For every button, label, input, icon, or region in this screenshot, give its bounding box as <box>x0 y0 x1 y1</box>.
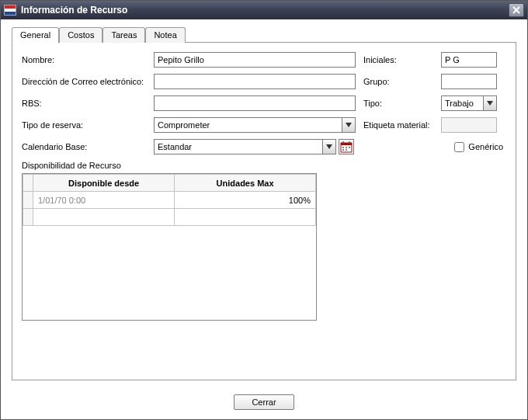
row-header[interactable] <box>23 192 33 209</box>
label-direccion: Dirección de Correo electrónico: <box>22 77 154 86</box>
calendar-button[interactable] <box>339 139 354 154</box>
svg-rect-7 <box>342 149 344 151</box>
label-grupo: Grupo: <box>363 77 441 86</box>
label-rbs: RBS: <box>22 99 154 108</box>
table-row <box>23 209 316 226</box>
resource-info-window: Información de Recurso General Costos Ta… <box>0 0 528 420</box>
label-tipo-reserva: Tipo de reserva: <box>22 120 154 130</box>
col-unidades-max[interactable]: Unidades Max <box>175 175 316 192</box>
label-generico: Genérico <box>468 142 503 151</box>
titlebar: Información de Recurso <box>1 1 527 19</box>
chevron-down-icon <box>346 123 352 127</box>
grid-corner <box>23 175 33 192</box>
svg-rect-5 <box>346 147 347 148</box>
svg-rect-4 <box>342 147 344 148</box>
input-grupo[interactable] <box>441 74 497 89</box>
label-calendario-base: Calendario Base: <box>22 142 154 151</box>
cell-unidades[interactable]: 100% <box>175 192 316 209</box>
tabstrip: General Costos Tareas Notea <box>1 19 527 43</box>
dropdown-calendario-button[interactable] <box>322 139 336 154</box>
etiqueta-material-box <box>441 117 497 133</box>
col-disponible-desde[interactable]: Disponible desde <box>33 175 175 192</box>
calendar-icon <box>340 141 353 153</box>
close-icon <box>512 6 520 14</box>
input-nombre[interactable] <box>154 52 356 68</box>
label-disponibilidad: Disponibilidad de Recurso <box>22 161 506 170</box>
label-iniciales: Iniciales: <box>363 55 441 64</box>
tab-costos[interactable]: Costos <box>59 27 102 43</box>
row-header[interactable] <box>23 209 33 226</box>
close-dialog-button[interactable]: Cerrar <box>234 394 294 410</box>
svg-rect-8 <box>346 149 347 151</box>
window-title: Información de Recurso <box>21 5 509 16</box>
input-rbs[interactable] <box>154 95 356 111</box>
cell-fecha[interactable]: 1/01/70 0:00 <box>33 192 175 209</box>
app-icon <box>4 5 16 16</box>
label-nombre: Nombre: <box>22 55 154 64</box>
chevron-down-icon <box>487 101 493 106</box>
checkbox-generico[interactable] <box>454 142 464 152</box>
table-row: 1/01/70 0:00 100% <box>23 192 316 209</box>
svg-rect-6 <box>349 147 350 148</box>
tab-general[interactable]: General <box>12 27 59 43</box>
tab-tareas[interactable]: Tareas <box>102 27 145 43</box>
svg-rect-1 <box>341 143 352 145</box>
input-direccion[interactable] <box>154 74 356 89</box>
chevron-down-icon <box>326 144 332 149</box>
tab-panel-general: Nombre: Iniciales: Dirección de Correo e… <box>12 43 516 380</box>
dropdown-tipo-button[interactable] <box>483 95 497 111</box>
input-iniciales[interactable] <box>441 52 497 68</box>
close-button[interactable] <box>509 3 524 17</box>
select-tipo-reserva[interactable] <box>154 117 342 133</box>
label-etiqueta-material: Etiqueta material: <box>363 120 441 130</box>
select-tipo[interactable] <box>441 95 483 111</box>
tab-notea[interactable]: Notea <box>145 27 185 43</box>
label-tipo: Tipo: <box>363 99 441 108</box>
cell-unidades[interactable] <box>175 209 316 226</box>
availability-grid[interactable]: Disponible desde Unidades Max 1/01/70 0:… <box>22 173 317 321</box>
dropdown-tipo-reserva-button[interactable] <box>342 117 356 133</box>
select-calendario-base[interactable] <box>154 139 322 154</box>
dialog-footer: Cerrar <box>1 388 527 419</box>
cell-fecha[interactable] <box>33 209 175 226</box>
